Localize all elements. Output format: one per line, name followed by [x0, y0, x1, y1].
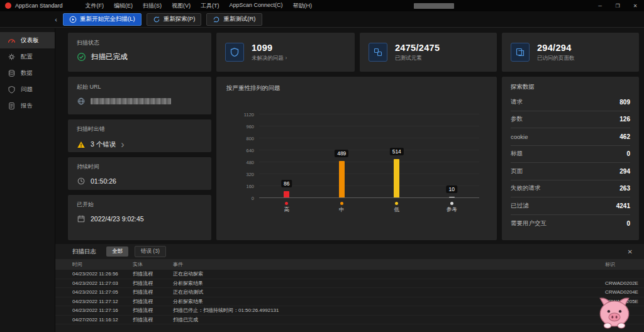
sidebar-item-label: 问题 — [21, 86, 33, 94]
unresolved-issues-card[interactable]: 1099 未解决的问题 › — [216, 33, 355, 72]
log-row[interactable]: 04/27/2022 11:16:12扫描流程扫描已完成 — [55, 316, 644, 325]
tested-elements-card[interactable]: 2475/2475 已测试元素 — [360, 33, 497, 72]
unresolved-issues-value: 1099 — [252, 43, 287, 53]
appscan-logo-icon — [5, 3, 11, 9]
minimize-button[interactable]: ─ — [591, 0, 609, 11]
pig-watermark — [596, 296, 633, 329]
visited-pages-card[interactable]: 294/294 已访问的页面数 — [502, 33, 639, 72]
bar-informational[interactable]: 10 — [425, 114, 480, 197]
appscan-window: AppScan Standard 文件(F) 编辑(E) 扫描(S) 视图(V)… — [0, 0, 644, 332]
sidebar-item-label: 仪表板 — [21, 36, 39, 45]
start-url-label: 起始 URL — [77, 83, 203, 91]
y-tick-label: 1120 — [230, 112, 254, 118]
explore-row: 请求809 — [511, 94, 630, 111]
clock-icon — [77, 177, 86, 185]
column-id: 标识 — [605, 261, 644, 268]
log-tab-errors[interactable]: 错误 (3) — [135, 246, 166, 257]
y-tick-label: 800 — [230, 136, 254, 141]
visited-pages-value: 294/294 — [537, 43, 575, 53]
log-tab-all[interactable]: 全部 — [106, 246, 128, 257]
legend-dot-high — [285, 202, 288, 205]
restart-full-scan-button[interactable]: 重新开始完全扫描(L) — [63, 13, 142, 26]
chevron-right-icon: › — [285, 55, 287, 61]
sidebar-item-issues[interactable]: 问题 — [0, 81, 55, 97]
redacted-title-text — [414, 3, 454, 9]
chevron-right-icon: › — [121, 139, 124, 150]
unresolved-issues-label: 未解决的问题 › — [252, 55, 287, 62]
gauge-icon — [8, 36, 16, 45]
menu-file[interactable]: 文件(F) — [80, 1, 109, 11]
re-test-button[interactable]: 重新测试(R) — [206, 13, 262, 26]
log-row[interactable]: 04/23/2022 11:27:16扫描流程扫描已停止：扫描持续时间：01:5… — [55, 306, 644, 316]
category-label: 低 — [394, 206, 400, 214]
bar-high[interactable]: 86 — [259, 114, 314, 197]
tested-elements-value: 2475/2475 — [395, 43, 440, 53]
started-card: 已开始 2022/4/23 9:02:45 — [68, 195, 211, 240]
severity-chart-plot: 1120 960 800 640 480 320 160 0 86 489 51… — [259, 114, 479, 197]
scan-errors-value: 3 个错误 — [91, 140, 116, 149]
log-row[interactable]: 04/23/2022 11:27:03扫描流程分析探索结果CRWAD0202E — [55, 279, 644, 289]
maximize-button[interactable]: ❐ — [609, 0, 626, 11]
gear-icon — [8, 53, 16, 61]
calendar-icon — [77, 214, 86, 223]
bar-value-label: 489 — [335, 150, 348, 157]
sidebar-item-reports[interactable]: 报告 — [0, 97, 55, 114]
menu-view[interactable]: 视图(V) — [167, 1, 196, 11]
menubar: 文件(F) 编辑(E) 扫描(S) 视图(V) 工具(T) AppScan Co… — [80, 1, 318, 11]
explore-row: 页面294 — [511, 163, 630, 180]
check-circle-icon — [77, 52, 86, 62]
menu-tools[interactable]: 工具(T) — [196, 1, 225, 11]
scan-status-label: 扫描状态 — [77, 39, 203, 47]
play-circle-icon — [69, 16, 77, 23]
explore-row: 需要用户交互0 — [511, 215, 630, 233]
legend-dot-medium — [340, 202, 343, 205]
window-controls: ─ ❐ ✕ — [591, 0, 644, 11]
app-title: AppScan Standard — [15, 3, 63, 9]
chart-bars: 86 489 514 10 — [259, 114, 479, 197]
menu-appscan-connect[interactable]: AppScan Connect(C) — [225, 1, 288, 11]
menu-edit[interactable]: 编辑(E) — [109, 1, 138, 11]
explore-data-table: 请求809 参数126 cookie462 标题0 页面294 失败的请求263… — [502, 94, 639, 232]
close-button[interactable]: ✕ — [626, 0, 644, 11]
category-label: 中 — [339, 206, 345, 214]
elements-grid-icon — [369, 43, 387, 62]
tested-elements-label: 已测试元素 — [395, 55, 440, 62]
duration-card: 持续时间 01:50:26 — [68, 157, 211, 190]
toolbar: ‹ 重新开始完全扫描(L) 重新探索(P) 重新测试(R) — [0, 11, 644, 28]
column-event: 事件 — [173, 261, 605, 268]
started-label: 已开始 — [77, 201, 203, 209]
sidebar-item-dashboard[interactable]: 仪表板 — [0, 32, 55, 48]
sidebar-item-label: 配置 — [21, 53, 33, 61]
warning-icon — [77, 140, 86, 149]
menu-scan[interactable]: 扫描(S) — [138, 1, 167, 11]
database-icon — [8, 69, 16, 77]
log-row[interactable]: 04/23/2022 11:27:12扫描流程分析探索结果CRWAD0205E — [55, 297, 644, 307]
y-tick-label: 480 — [230, 160, 254, 165]
re-explore-button[interactable]: 重新探索(P) — [147, 13, 202, 26]
scan-errors-card[interactable]: 扫描时出错 3 个错误 › — [68, 119, 211, 152]
explore-row: cookie462 — [511, 128, 630, 146]
sidebar-item-data[interactable]: 数据 — [0, 65, 55, 81]
report-icon — [8, 102, 16, 110]
visited-pages-label: 已访问的页面数 — [537, 55, 575, 62]
shield-icon — [8, 86, 16, 94]
log-row[interactable]: 04/23/2022 11:27:05扫描流程正在启动测试CRWAD0204E — [55, 288, 644, 297]
duration-value: 01:50:26 — [91, 177, 116, 185]
log-row[interactable]: 04/23/2022 11:26:56扫描流程正在启动探索 — [55, 270, 644, 279]
sidebar-item-configuration[interactable]: 配置 — [0, 48, 55, 65]
bar-medium[interactable]: 489 — [314, 114, 370, 197]
globe-icon — [77, 97, 86, 106]
legend-dot-informational — [450, 202, 453, 205]
bar-value-label: 10 — [447, 185, 457, 193]
legend-dot-low — [395, 202, 398, 205]
category-label: 参考 — [447, 206, 457, 214]
re-explore-label: 重新探索(P) — [164, 15, 196, 23]
scan-log-title: 扫描日志 — [72, 248, 96, 256]
sidebar-collapse-button[interactable]: ‹ — [52, 14, 60, 25]
bar-value-label: 86 — [281, 180, 292, 187]
bar-low[interactable]: 514 — [369, 114, 425, 197]
menu-help[interactable]: 帮助(H) — [288, 1, 318, 11]
explore-row: 失败的请求263 — [511, 180, 630, 198]
duration-label: 持续时间 — [77, 163, 203, 171]
close-log-icon[interactable]: ✕ — [623, 248, 638, 255]
